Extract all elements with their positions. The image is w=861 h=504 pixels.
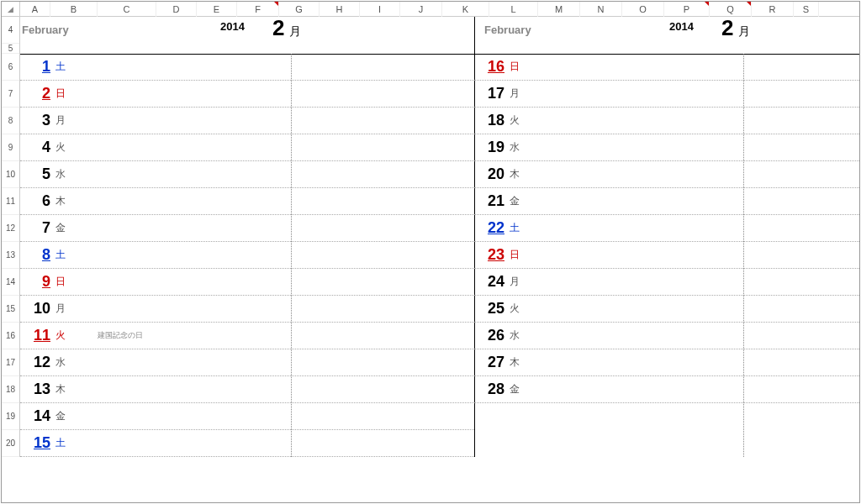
day-number: 22 xyxy=(474,219,510,237)
title-right: February xyxy=(484,24,531,36)
row-header-12[interactable]: 12 xyxy=(2,215,19,242)
day-row[interactable]: 10月 xyxy=(20,296,474,323)
content-area[interactable]: February 2014 2 月 February 2014 2 月 xyxy=(20,17,859,457)
day-number: 23 xyxy=(474,246,510,264)
day-number: 14 xyxy=(20,407,55,425)
row-header-8[interactable]: 8 xyxy=(2,108,19,134)
col-header-Q[interactable]: Q xyxy=(710,2,752,17)
day-row[interactable]: 23日 xyxy=(474,242,859,269)
day-row[interactable]: 11火建国記念の日 xyxy=(20,323,474,349)
year-right: 2014 xyxy=(669,20,694,33)
day-number: 25 xyxy=(474,300,510,318)
day-row[interactable]: 3月 xyxy=(20,108,474,134)
day-number: 24 xyxy=(474,273,510,291)
row-header-17[interactable]: 17 xyxy=(2,349,19,376)
row-header-6[interactable]: 6 xyxy=(2,54,19,81)
col-header-B[interactable]: B xyxy=(50,2,98,17)
col-header-E[interactable]: E xyxy=(197,2,237,17)
day-row[interactable]: 24月 xyxy=(474,269,859,296)
day-of-week: 木 xyxy=(510,167,535,181)
month-num-right: 2 xyxy=(721,15,733,41)
row-header-7[interactable]: 7 xyxy=(2,81,19,108)
day-of-week: 日 xyxy=(55,275,81,289)
day-of-week: 火 xyxy=(55,328,81,343)
day-number: 6 xyxy=(20,192,55,210)
select-all-corner[interactable]: ◢ xyxy=(2,2,20,17)
day-row[interactable]: 17月 xyxy=(474,81,859,108)
day-row[interactable]: 16日 xyxy=(474,54,859,81)
day-row[interactable]: 6木 xyxy=(20,188,474,215)
day-of-week: 金 xyxy=(55,221,81,235)
day-of-week: 土 xyxy=(510,221,535,235)
col-header-H[interactable]: H xyxy=(320,2,360,17)
day-of-week: 水 xyxy=(510,140,535,155)
day-row[interactable]: 25火 xyxy=(474,296,859,323)
day-number: 16 xyxy=(474,58,510,76)
col-header-R[interactable]: R xyxy=(752,2,794,17)
day-of-week: 月 xyxy=(510,87,535,101)
col-header-C[interactable]: C xyxy=(98,2,156,17)
day-of-week: 土 xyxy=(55,436,81,450)
day-row[interactable]: 14金 xyxy=(20,403,474,430)
day-number: 11 xyxy=(20,327,55,344)
row-header-20[interactable]: 20 xyxy=(2,430,19,457)
title-left-year: 2014 xyxy=(220,20,245,33)
day-of-week: 木 xyxy=(55,382,81,396)
day-number: 5 xyxy=(20,165,55,183)
day-number: 18 xyxy=(474,112,510,129)
row-header-18[interactable]: 18 xyxy=(2,376,19,403)
row-header-13[interactable]: 13 xyxy=(2,242,19,269)
day-row[interactable]: 21金 xyxy=(474,188,859,215)
col-header-S[interactable]: S xyxy=(794,2,819,17)
day-row[interactable]: 7金 xyxy=(20,215,474,242)
title-right-year: 2014 xyxy=(669,20,694,33)
col-header-J[interactable]: J xyxy=(400,2,442,17)
row-header-15[interactable]: 15 xyxy=(2,296,19,323)
day-row[interactable]: 4火 xyxy=(20,134,474,161)
day-row[interactable]: 5水 xyxy=(20,161,474,188)
col-header-N[interactable]: N xyxy=(580,2,622,17)
day-row[interactable]: 9日 xyxy=(20,269,474,296)
day-row[interactable]: 20木 xyxy=(474,161,859,188)
day-of-week: 土 xyxy=(55,248,81,262)
day-number: 7 xyxy=(20,219,55,237)
col-header-I[interactable]: I xyxy=(360,2,400,17)
col-header-M[interactable]: M xyxy=(538,2,580,17)
day-number: 2 xyxy=(20,85,55,102)
day-row[interactable]: 26水 xyxy=(474,323,859,349)
day-row[interactable]: 1土 xyxy=(20,54,474,81)
day-of-week: 金 xyxy=(510,194,535,208)
day-row[interactable]: 18火 xyxy=(474,108,859,134)
col-header-G[interactable]: G xyxy=(279,2,320,17)
day-row[interactable]: 2日 xyxy=(20,81,474,108)
day-number: 13 xyxy=(20,381,55,398)
row-header-16[interactable]: 16 xyxy=(2,323,19,349)
col-header-F[interactable]: F xyxy=(237,2,279,17)
day-row[interactable]: 19水 xyxy=(474,134,859,161)
day-number: 1 xyxy=(20,58,55,76)
row-header-9[interactable]: 9 xyxy=(2,134,19,161)
row-header-14[interactable]: 14 xyxy=(2,269,19,296)
day-row[interactable]: 27木 xyxy=(474,349,859,376)
col-header-P[interactable]: P xyxy=(664,2,710,17)
col-header-L[interactable]: L xyxy=(489,2,538,17)
day-of-week: 水 xyxy=(55,167,81,181)
col-header-D[interactable]: D xyxy=(156,2,197,17)
row-header-5[interactable]: 5 xyxy=(2,44,19,54)
row-header-10[interactable]: 10 xyxy=(2,161,19,188)
grid-body: 4567891011121314151617181920 February 20… xyxy=(2,17,859,457)
day-row[interactable]: 8土 xyxy=(20,242,474,269)
day-row[interactable]: 28金 xyxy=(474,376,859,403)
col-header-A[interactable]: A xyxy=(20,2,50,17)
day-row[interactable]: 13木 xyxy=(20,376,474,403)
row-header-4[interactable]: 4 xyxy=(2,17,19,44)
col-header-K[interactable]: K xyxy=(442,2,489,17)
row-header-19[interactable]: 19 xyxy=(2,403,19,430)
day-row[interactable]: 15土 xyxy=(20,430,474,457)
title-right-month: 2 月 xyxy=(721,15,750,41)
col-header-O[interactable]: O xyxy=(622,2,664,17)
title-left-month: 2 月 xyxy=(272,15,301,41)
day-row[interactable]: 22土 xyxy=(474,215,859,242)
row-header-11[interactable]: 11 xyxy=(2,188,19,215)
day-row[interactable]: 12水 xyxy=(20,349,474,376)
